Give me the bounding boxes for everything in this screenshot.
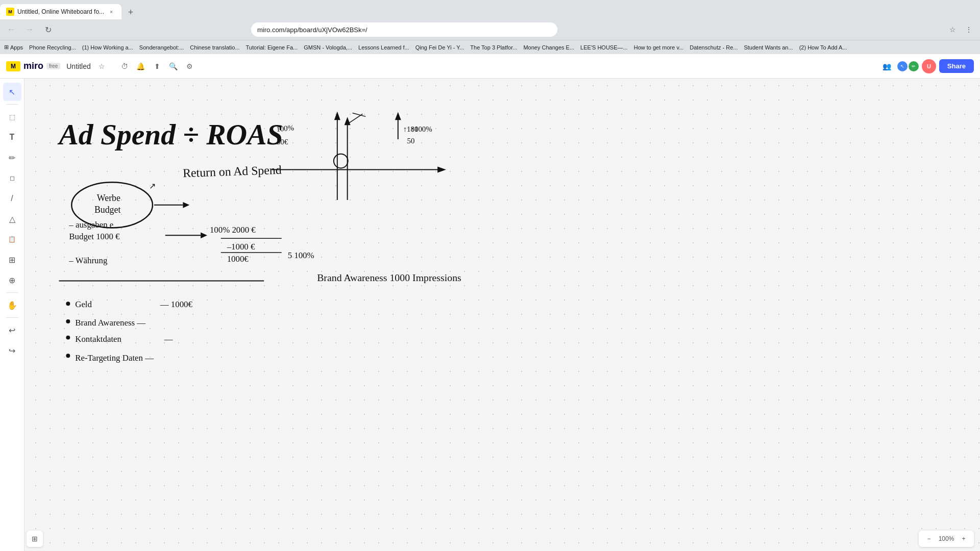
bookmark-label: Datenschutz - Re... [690, 44, 738, 51]
note3: – Währung [68, 256, 108, 265]
calc1: 100% 2000 € [210, 225, 256, 235]
tab-favicon: M [6, 8, 14, 16]
miro-app: M miro free Untitled ☆ ⏱ 🔔 ⬆ 🔍 ⚙ 👥 ↖ ✏ U… [0, 54, 980, 551]
y-axis-arrow [334, 111, 340, 120]
calc-arrow-head [201, 232, 207, 238]
canvas-area[interactable]: ↖ ⬚ T ✏ ◻ / △ 📋 ⊞ ⊕ ✋ ↩ ↪ Ad Spend ÷ ROA… [0, 79, 980, 551]
diag-line1 [348, 114, 363, 124]
bookmark-14[interactable]: Student Wants an... [744, 44, 793, 51]
ellipse-text1: Werbe [97, 193, 120, 203]
bookmark-label: How to get more v... [634, 44, 684, 51]
refresh-btn[interactable]: ↻ [41, 22, 55, 37]
bullet2 [66, 319, 70, 323]
ellipse-text2: Budget [94, 205, 121, 215]
bullet-text4: Re-Targeting Daten — [75, 353, 154, 363]
bullet-text1: Geld [75, 299, 92, 309]
bookmark-13[interactable]: Datenschutz - Re... [690, 44, 738, 51]
redo-btn[interactable]: ↪ [3, 341, 21, 360]
url-input[interactable]: miro.com/app/board/uXjVOw62BSk=/ [251, 22, 557, 37]
calc2: –1000 € [227, 242, 255, 252]
bookmark-label: Apps [10, 44, 23, 51]
bookmark-4[interactable]: Chinese translatio... [190, 44, 239, 51]
browser-chrome: M Untitled, Online Whiteboard fo... × + … [0, 0, 980, 54]
tab-bar: M Untitled, Online Whiteboard fo... × + [0, 0, 980, 19]
sticky-tool[interactable]: 📋 [3, 230, 21, 248]
settings-icon[interactable]: ⚙ [183, 59, 197, 73]
free-badge: free [46, 63, 60, 69]
toolbar-icon1[interactable]: ↖ [897, 61, 908, 71]
undo-btn[interactable]: ↩ [3, 321, 21, 339]
bottom-bar: − 100% + [919, 531, 974, 547]
user-avatar[interactable]: U [922, 59, 936, 73]
bookmark-star-icon[interactable]: ☆ [945, 22, 960, 37]
star-icon[interactable]: ☆ [95, 59, 109, 73]
search-icon[interactable]: 🔍 [166, 59, 181, 73]
timer-icon[interactable]: ⏱ [117, 59, 132, 73]
graph-label1: 100% [276, 123, 295, 133]
miro-logo-text: miro [23, 61, 43, 71]
toolbar-divider-2 [6, 292, 18, 293]
bookmark-3[interactable]: Sonderangebot:... [139, 44, 184, 51]
arrow-mark: ↗ [149, 182, 156, 190]
table-tool[interactable]: ⊞ [3, 251, 21, 269]
share-button[interactable]: Share [939, 59, 974, 73]
bookmark-label: The Top 3 Platfor... [470, 44, 517, 51]
main-heading: Ad Spend ÷ ROAS [58, 118, 283, 151]
zoom-level-text: 100% [937, 535, 955, 542]
bullet1 [66, 302, 70, 306]
tab-close-btn[interactable]: × [107, 8, 115, 16]
grid-view-btn[interactable]: ⊞ [27, 531, 43, 547]
more-tool[interactable]: ⊕ [3, 271, 21, 289]
hand-tool[interactable]: ✋ [3, 296, 21, 314]
bell-icon[interactable]: 🔔 [134, 59, 148, 73]
bookmark-label: LEE'S HOUSE—... [580, 44, 628, 51]
active-tab[interactable]: M Untitled, Online Whiteboard fo... × [0, 4, 121, 19]
toolbar-divider-1 [6, 104, 18, 105]
miro-logo: M miro free [6, 61, 60, 71]
apps-icon: ⊞ [4, 44, 9, 51]
toolbar-icon2[interactable]: ✏ [909, 61, 919, 71]
bookmark-label: Student Wants an... [744, 44, 793, 51]
bookmark-1[interactable]: Phone Recycling... [29, 44, 76, 51]
note1: – ausgaben e [68, 220, 113, 230]
bookmark-apps[interactable]: ⊞ Apps [4, 44, 23, 51]
bookmark-2[interactable]: (1) How Working a... [82, 44, 133, 51]
bookmark-8[interactable]: Qing Fei De Yi - Y... [415, 44, 464, 51]
bookmark-label: Lessons Learned f... [358, 44, 409, 51]
bookmark-15[interactable]: (2) How To Add A... [799, 44, 847, 51]
bookmark-label: Qing Fei De Yi - Y... [415, 44, 464, 51]
graph-label5: ↑100% [411, 125, 432, 133]
back-btn[interactable]: ← [4, 22, 18, 37]
frames-tool[interactable]: ⬚ [3, 108, 21, 126]
bookmark-6[interactable]: GMSN - Vologda,... [304, 44, 352, 51]
zoom-out-btn[interactable]: − [923, 533, 935, 545]
draw-tool[interactable]: ✏ [3, 148, 21, 167]
note2: Budget 1000 € [69, 232, 120, 241]
bookmark-11[interactable]: LEE'S HOUSE—... [580, 44, 628, 51]
graph-label2: 50€ [277, 138, 288, 146]
bookmark-9[interactable]: The Top 3 Platfor... [470, 44, 517, 51]
graph-vline2-arrow [395, 112, 401, 120]
pen-tool[interactable]: / [3, 189, 21, 208]
awareness-text: Brand Awareness 1000 Impressions [317, 272, 461, 283]
collaborators-icon[interactable]: 👥 [880, 59, 894, 73]
select-tool[interactable]: ↖ [3, 83, 21, 101]
miro-logo-icon: M [6, 61, 20, 71]
bookmark-7[interactable]: Lessons Learned f... [358, 44, 409, 51]
bullet-dash1: — 1000€ [160, 299, 193, 309]
whiteboard-content: Ad Spend ÷ ROAS Return on Ad Spend Werbe… [24, 79, 980, 551]
bookmark-5[interactable]: Tutorial: Eigene Fa... [246, 44, 298, 51]
new-tab-btn[interactable]: + [124, 5, 138, 19]
bullet3 [66, 336, 70, 340]
browser-menu-icon[interactable]: ⋮ [962, 22, 976, 37]
upload-icon[interactable]: ⬆ [150, 59, 164, 73]
bookmark-10[interactable]: Money Changes E... [523, 44, 574, 51]
forward-btn[interactable]: → [22, 22, 37, 37]
graph-circle [334, 154, 348, 168]
zoom-in-btn[interactable]: + [958, 533, 970, 545]
bullet4 [66, 354, 70, 358]
shapes-tool[interactable]: △ [3, 210, 21, 228]
text-tool[interactable]: T [3, 128, 21, 146]
bookmark-12[interactable]: How to get more v... [634, 44, 684, 51]
eraser-tool[interactable]: ◻ [3, 169, 21, 187]
